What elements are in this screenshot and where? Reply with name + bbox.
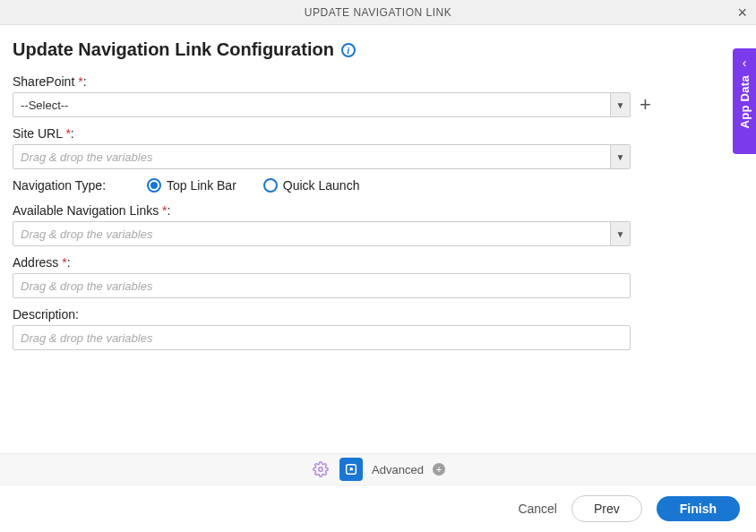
- svg-point-0: [319, 468, 323, 472]
- available-links-input[interactable]: ▼: [13, 221, 631, 246]
- radio-label-toplink: Top Link Bar: [167, 178, 236, 193]
- sharepoint-label-text: SharePoint: [13, 74, 74, 89]
- window-title: UPDATE NAVIGATION LINK: [305, 6, 451, 19]
- navigation-type-label: Navigation Type:: [13, 178, 120, 193]
- page-heading-row: Update Navigation Link Configuration i: [0, 25, 756, 65]
- address-label-text: Address: [13, 255, 58, 270]
- field-address: Address *:: [13, 255, 743, 298]
- info-icon[interactable]: i: [341, 43, 356, 57]
- address-label: Address *:: [13, 255, 743, 270]
- app-data-side-tab[interactable]: ‹ App Data: [733, 48, 756, 154]
- sharepoint-select[interactable]: ▼: [13, 92, 631, 117]
- advanced-label: Advanced: [372, 463, 424, 476]
- available-links-label-text: Available Navigation Links: [13, 203, 159, 218]
- site-url-label: Site URL *:: [13, 126, 743, 141]
- field-sharepoint: SharePoint *: ▼ +: [13, 74, 743, 117]
- launch-icon[interactable]: [339, 458, 363, 481]
- titlebar: UPDATE NAVIGATION LINK ×: [0, 0, 756, 25]
- address-field[interactable]: [13, 273, 631, 298]
- field-site-url: Site URL *: ▼: [13, 126, 743, 169]
- radio-icon: [263, 178, 278, 193]
- prev-button[interactable]: Prev: [571, 495, 642, 522]
- sharepoint-label: SharePoint *:: [13, 74, 743, 89]
- finish-button[interactable]: Finish: [657, 496, 740, 521]
- footer: Cancel Prev Finish: [0, 485, 756, 532]
- label-colon: :: [71, 126, 74, 141]
- cancel-button[interactable]: Cancel: [518, 502, 557, 516]
- chevron-down-icon[interactable]: ▼: [610, 145, 630, 168]
- field-available-links: Available Navigation Links *: ▼: [13, 203, 743, 246]
- close-icon[interactable]: ×: [737, 4, 747, 21]
- available-links-field[interactable]: [13, 222, 610, 245]
- sharepoint-select-input[interactable]: [13, 93, 610, 116]
- form-area: SharePoint *: ▼ + Site URL *: ▼ Navigati…: [0, 65, 756, 350]
- add-advanced-icon[interactable]: +: [433, 463, 445, 476]
- page-title: Update Navigation Link Configuration: [13, 39, 334, 60]
- chevron-down-icon[interactable]: ▼: [610, 93, 630, 116]
- side-tab-label: App Data: [738, 75, 752, 128]
- site-url-field[interactable]: [13, 145, 610, 168]
- field-description: Description:: [13, 307, 743, 350]
- radio-quick-launch[interactable]: Quick Launch: [263, 178, 360, 193]
- chevron-down-icon[interactable]: ▼: [610, 222, 630, 245]
- radio-top-link-bar[interactable]: Top Link Bar: [147, 178, 236, 193]
- radio-icon: [147, 178, 161, 193]
- label-colon: :: [67, 255, 71, 270]
- description-label: Description:: [13, 307, 743, 322]
- chevron-left-icon: ‹: [743, 56, 747, 70]
- gear-icon[interactable]: [311, 459, 331, 479]
- field-navigation-type: Navigation Type: Top Link Bar Quick Laun…: [13, 178, 743, 193]
- site-url-label-text: Site URL: [13, 126, 63, 141]
- label-colon: :: [83, 74, 87, 89]
- available-links-label: Available Navigation Links *:: [13, 203, 743, 218]
- add-sharepoint-button[interactable]: +: [640, 95, 651, 115]
- bottom-toolbar: Advanced +: [0, 453, 756, 485]
- radio-label-quicklaunch: Quick Launch: [283, 178, 360, 193]
- description-field[interactable]: [13, 325, 631, 350]
- label-colon: :: [168, 203, 171, 218]
- site-url-input[interactable]: ▼: [13, 144, 631, 169]
